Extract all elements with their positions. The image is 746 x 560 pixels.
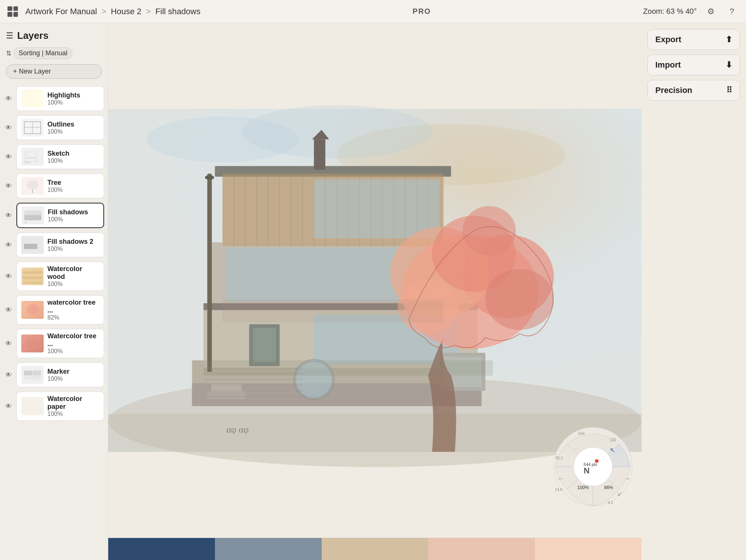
svg-rect-84 [203, 360, 493, 376]
layer-name-wcwood: Watercolor wood [47, 265, 99, 281]
menu-icon[interactable]: ☰ [6, 31, 13, 41]
sorting-label: Sorting | Manual [14, 47, 72, 59]
layer-thumb-wctree1 [21, 301, 44, 319]
layer-item-wctree2[interactable]: 👁 Watercolor tree ... 100% [0, 327, 108, 360]
layer-item-outlines[interactable]: 👁 Outlines 100% [0, 113, 108, 142]
right-panel: Export ⬆ Import ⬇ Precision ⠿ [642, 23, 746, 107]
zoom-angle: 40° [686, 7, 697, 15]
layer-thumb-sketch: sketch [21, 148, 44, 166]
visibility-icon-highlights[interactable]: 👁 [4, 95, 13, 103]
layer-card-wcwood: Watercolor wood 100% [16, 262, 104, 291]
layer-item-fillshadows2[interactable]: 👁 Fill shadows 2 100% [0, 230, 108, 259]
layers-panel: ☰ Layers ⇅ Sorting | Manual + New Layer … [0, 23, 108, 560]
layer-item-sketch[interactable]: 👁 sketch Sketch 100% [0, 142, 108, 171]
layer-card-wcpaper: Watercolor paper 100% [16, 392, 104, 421]
layer-opacity-sketch: 100% [47, 158, 99, 164]
header-left: Artwork For Manual > House 2 > Fill shad… [7, 6, 200, 17]
export-icon: ⬆ [725, 35, 732, 44]
visibility-icon-fillshadows[interactable]: 👁 [4, 212, 13, 220]
wctree2-thumbnail-svg [22, 336, 43, 351]
layer-name-wctree2: Watercolor tree ... [47, 332, 99, 348]
breadcrumb-sep1: > [102, 7, 106, 16]
layer-opacity-tree: 100% [47, 187, 99, 193]
layer-item-wcwood[interactable]: 👁 Watercolor wood 100% [0, 259, 108, 293]
svg-rect-3 [25, 152, 37, 162]
layer-item-wctree1[interactable]: 👁 watercolor tree ... 82% [0, 293, 108, 327]
visibility-icon-wcwood[interactable]: 👁 [4, 273, 13, 280]
svg-rect-19 [24, 371, 32, 375]
layer-opacity-wcpaper: 100% [47, 411, 99, 417]
visibility-icon-marker[interactable]: 👁 [4, 371, 13, 379]
visibility-icon-wcpaper[interactable]: 👁 [4, 402, 13, 410]
layer-thumb-wcwood [21, 267, 44, 285]
layer-info-sketch: Sketch 100% [47, 150, 99, 164]
svg-rect-56 [314, 180, 440, 239]
tree-thumbnail-svg [22, 178, 43, 194]
svg-point-79 [486, 269, 554, 330]
layer-thumb-wctree2 [21, 335, 44, 352]
layer-card-fillshadows2: Fill shadows 2 100% [16, 233, 104, 257]
grid-icon[interactable] [7, 6, 18, 17]
svg-rect-61 [253, 328, 276, 363]
layer-thumb-fillshadows2 [21, 236, 44, 254]
visibility-icon-outlines[interactable]: 👁 [4, 124, 13, 132]
visibility-icon-sketch[interactable]: 👁 [4, 153, 13, 161]
color-swatch-2[interactable] [215, 538, 322, 560]
layer-thumb-tree [21, 177, 44, 195]
export-button[interactable]: Export ⬆ [647, 29, 740, 50]
svg-point-16 [27, 304, 39, 315]
layer-item-tree[interactable]: 👁 Tree 100% [0, 171, 108, 200]
svg-rect-12 [22, 268, 43, 284]
svg-rect-14 [22, 277, 43, 279]
layer-name-marker: Marker [47, 368, 99, 376]
color-strip [108, 538, 642, 560]
layer-info-tree: Tree 100% [47, 179, 99, 193]
visibility-icon-tree[interactable]: 👁 [4, 182, 13, 190]
svg-rect-58 [207, 174, 212, 372]
zoom-display: Zoom: 63 % 40° [643, 7, 697, 16]
help-button[interactable]: ? [725, 5, 739, 18]
wheel-svg: ↖ → ↙ ← N .544 pts 100% 86% 120 81,1 14,… [552, 426, 634, 508]
visibility-icon-fillshadows2[interactable]: 👁 [4, 241, 13, 249]
new-layer-button[interactable]: + New Layer [6, 64, 102, 79]
svg-text:N: N [584, 466, 590, 475]
layer-name-fillshadows: Fill shadows [48, 208, 99, 216]
layer-name-sketch: Sketch [47, 150, 99, 158]
layer-card-fillshadows: #1 Fill shadows 100% [16, 203, 104, 228]
layer-item-highlights[interactable]: 👁 Highlights 100% [0, 84, 108, 113]
layer-card-marker: Marker 100% [16, 363, 104, 387]
svg-text:120: 120 [610, 438, 616, 442]
svg-rect-15 [22, 282, 43, 284]
color-swatch-1[interactable] [108, 538, 215, 560]
header-center: PRO [200, 7, 643, 16]
layer-info-wctree1: watercolor tree ... 82% [47, 299, 99, 321]
precision-icon: ⠿ [726, 85, 732, 95]
settings-button[interactable]: ⚙ [704, 5, 718, 18]
layer-item-fillshadows[interactable]: 👁 #1 Fill shadows 100% [0, 200, 108, 230]
layer-card-wctree2: Watercolor tree ... 100% [16, 329, 104, 358]
layer-thumb-marker [21, 366, 44, 384]
layer-info-fillshadows2: Fill shadows 2 100% [47, 238, 99, 252]
layer-item-wcpaper[interactable]: 👁 Watercolor paper 100% [0, 389, 108, 423]
color-swatch-3[interactable] [322, 538, 428, 560]
precision-wheel[interactable]: ↖ → ↙ ← N .544 pts 100% 86% 120 81,1 14,… [552, 426, 634, 508]
svg-rect-67 [207, 391, 245, 399]
canvas-area[interactable]: αφ αφ [108, 23, 642, 538]
svg-text:↖: ↖ [610, 447, 615, 454]
precision-button[interactable]: Precision ⠿ [647, 80, 740, 101]
svg-point-17 [25, 339, 39, 349]
breadcrumb-sep2: > [146, 7, 151, 16]
layer-item-marker[interactable]: 👁 Marker 100% [0, 360, 108, 389]
header-right: Zoom: 63 % 40° ⚙ ? [643, 5, 739, 18]
visibility-icon-wctree2[interactable]: 👁 [4, 340, 13, 348]
import-button[interactable]: Import ⬇ [647, 55, 740, 75]
import-icon: ⬇ [725, 60, 732, 70]
svg-point-59 [205, 175, 214, 180]
breadcrumb-project[interactable]: Artwork For Manual [25, 7, 97, 16]
sorting-bar[interactable]: ⇅ Sorting | Manual [0, 45, 108, 61]
color-swatch-5[interactable] [535, 538, 642, 560]
breadcrumb-folder[interactable]: House 2 [111, 7, 141, 16]
color-swatch-4[interactable] [428, 538, 535, 560]
visibility-icon-wctree1[interactable]: 👁 [4, 306, 13, 314]
svg-text:→: → [624, 475, 630, 482]
